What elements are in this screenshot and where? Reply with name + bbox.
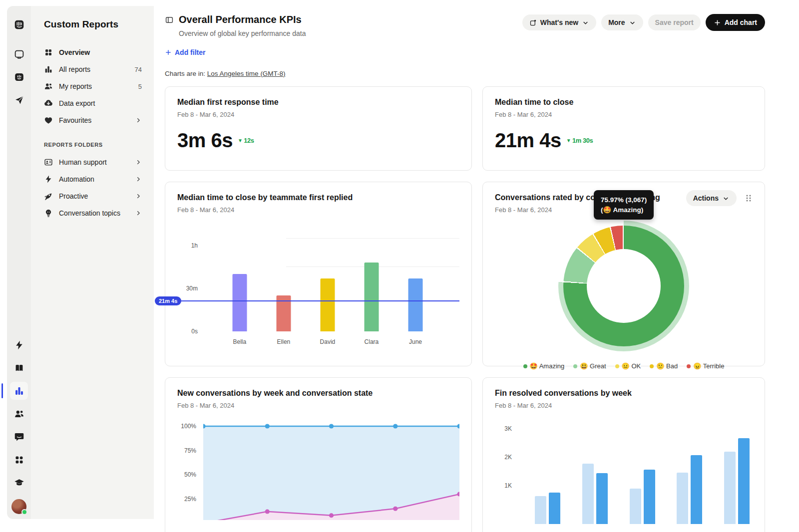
- series-light-bar[interactable]: [630, 489, 641, 524]
- fin-chart-plot: 3K2K1K: [520, 425, 753, 514]
- series-light-bar[interactable]: [724, 452, 736, 524]
- kpi-value: 21m 4s: [495, 129, 561, 152]
- legend-item[interactable]: 😃 Great: [573, 362, 606, 370]
- bar-chart-icon: [44, 65, 53, 74]
- graduation-cap-icon[interactable]: [10, 474, 28, 492]
- paper-plane-icon[interactable]: [10, 91, 28, 109]
- sidebar-item-label: Automation: [59, 175, 135, 183]
- kpi-delta: ▼12s: [238, 137, 254, 144]
- chevron-down-icon: [629, 19, 636, 26]
- kpi-card-first-response[interactable]: Median first response time Feb 8 - Mar 6…: [165, 86, 472, 171]
- sidebar-item-conversation-topics[interactable]: Conversation topics: [44, 205, 142, 222]
- donut-legend: 🤩 Amazing😃 Great😐 OK🙁 Bad😠 Terrible: [495, 362, 753, 370]
- bar-chart-card[interactable]: Median time to close by teammate first r…: [165, 182, 472, 366]
- bar-june[interactable]: [408, 278, 422, 331]
- sidebar-item-my-reports[interactable]: My reports5: [44, 78, 142, 95]
- save-report-button[interactable]: Save report: [648, 14, 701, 30]
- whats-new-icon: [529, 19, 537, 26]
- x-axis-label: June: [409, 338, 422, 345]
- trend-down-icon: ▼: [238, 138, 242, 143]
- legend-item[interactable]: 😐 OK: [615, 362, 641, 370]
- area-chart-card[interactable]: New conversations by week and conversati…: [165, 377, 472, 532]
- y-axis-tick: 75%: [184, 447, 196, 454]
- series-light-bar[interactable]: [677, 473, 688, 524]
- series-dark-bar[interactable]: [738, 438, 750, 524]
- card-title: Median time to close: [495, 98, 753, 107]
- bar-chart-icon[interactable]: [10, 382, 28, 400]
- card-date-range: Feb 8 - Mar 6, 2024: [177, 402, 459, 409]
- card-title: Median first response time: [177, 98, 459, 107]
- donut-chart-card[interactable]: Conversations rated by conversation rati…: [482, 182, 765, 366]
- y-axis-tick: 1K: [504, 482, 512, 489]
- whats-new-button[interactable]: What's new: [522, 14, 596, 30]
- legend-item[interactable]: 🤩 Amazing: [523, 362, 565, 370]
- fin-ai-icon[interactable]: [10, 68, 28, 86]
- y-axis-tick: 0s: [191, 328, 198, 335]
- sidebar-item-all-reports[interactable]: All reports74: [44, 61, 142, 78]
- bar-group-week-1: [535, 493, 560, 524]
- bar-clara[interactable]: [364, 263, 379, 331]
- series-dark-bar[interactable]: [549, 493, 560, 524]
- legend-dot: [573, 364, 577, 368]
- inbox-icon[interactable]: [10, 45, 28, 63]
- series-dark-bar[interactable]: [596, 473, 608, 524]
- sidebar-item-overview[interactable]: Overview: [44, 44, 142, 61]
- chevron-right-icon: [135, 176, 142, 183]
- sidebar-item-data-export[interactable]: Data export: [44, 95, 142, 112]
- bar-david[interactable]: [320, 278, 335, 331]
- bar-chart-plot: 0s30m1hBellaEllenDavidClaraJune21m 4s: [205, 236, 459, 331]
- legend-item[interactable]: 😠 Terrible: [687, 362, 724, 370]
- bar-group-week-4: [677, 455, 702, 524]
- sidebar-section-header: REPORTS FOLDERS: [44, 142, 142, 148]
- donut-plot: [495, 216, 753, 356]
- add-filter-button[interactable]: Add filter: [165, 48, 205, 56]
- series-dark-bar[interactable]: [691, 455, 702, 524]
- apps-grid-icon[interactable]: [10, 451, 28, 469]
- bar-group-week-5: [724, 438, 750, 524]
- cloud-download-icon: [44, 99, 53, 108]
- book-icon[interactable]: [10, 359, 28, 377]
- reports-sidebar: Custom Reports OverviewAll reports74My r…: [31, 6, 154, 519]
- sidebar-item-label: All reports: [59, 65, 135, 73]
- actions-button[interactable]: Actions: [686, 190, 737, 206]
- series-dark-bar[interactable]: [644, 470, 655, 524]
- legend-item[interactable]: 🙁 Bad: [650, 362, 678, 370]
- chart-tooltip: 75.97% (3,067) (🤩 Amazing): [594, 190, 654, 220]
- kpi-card-time-to-close[interactable]: Median time to close Feb 8 - Mar 6, 2024…: [482, 86, 765, 171]
- series-light-bar[interactable]: [535, 496, 546, 524]
- user-avatar[interactable]: [11, 499, 26, 514]
- bar-bella[interactable]: [232, 274, 247, 331]
- chevron-down-icon: [582, 19, 589, 26]
- sidebar-folders: Human supportAutomationProactiveConversa…: [44, 154, 142, 222]
- target-line: 21m 4s: [181, 300, 459, 301]
- bolt-icon: [44, 175, 53, 184]
- sidebar-item-favourites[interactable]: Favourites: [44, 112, 142, 129]
- people-icon[interactable]: [10, 405, 28, 423]
- sidebar-item-automation[interactable]: Automation: [44, 171, 142, 188]
- card-title: Median time to close by teammate first r…: [177, 193, 459, 202]
- collapse-panel-icon[interactable]: [165, 15, 174, 24]
- item-count-badge: 74: [135, 66, 142, 73]
- y-axis-tick: 100%: [181, 423, 196, 430]
- bolt-icon[interactable]: [10, 336, 28, 354]
- chevron-right-icon: [135, 210, 142, 217]
- intercom-logo[interactable]: [10, 15, 28, 33]
- chat-icon[interactable]: [10, 428, 28, 446]
- series-light-bar[interactable]: [582, 464, 594, 524]
- card-date-range: Feb 8 - Mar 6, 2024: [495, 402, 753, 409]
- add-chart-button[interactable]: Add chart: [706, 14, 765, 31]
- sidebar-items: OverviewAll reports74My reports5Data exp…: [44, 44, 142, 129]
- item-count-badge: 5: [138, 83, 142, 90]
- rocket-icon: [44, 192, 53, 201]
- target-line-badge: 21m 4s: [155, 296, 181, 305]
- legend-dot: [523, 364, 527, 368]
- sidebar-item-human-support[interactable]: Human support: [44, 154, 142, 171]
- sidebar-item-proactive[interactable]: Proactive: [44, 188, 142, 205]
- more-button[interactable]: More: [601, 14, 643, 30]
- heart-icon: [44, 116, 53, 125]
- legend-dot: [615, 364, 619, 368]
- id-card-icon: [44, 158, 53, 167]
- timezone-link[interactable]: Los Angeles time (GMT-8): [207, 70, 286, 77]
- drag-handle-icon[interactable]: [745, 194, 753, 202]
- fin-chart-card[interactable]: Fin resolved conversations by week Feb 8…: [482, 377, 765, 532]
